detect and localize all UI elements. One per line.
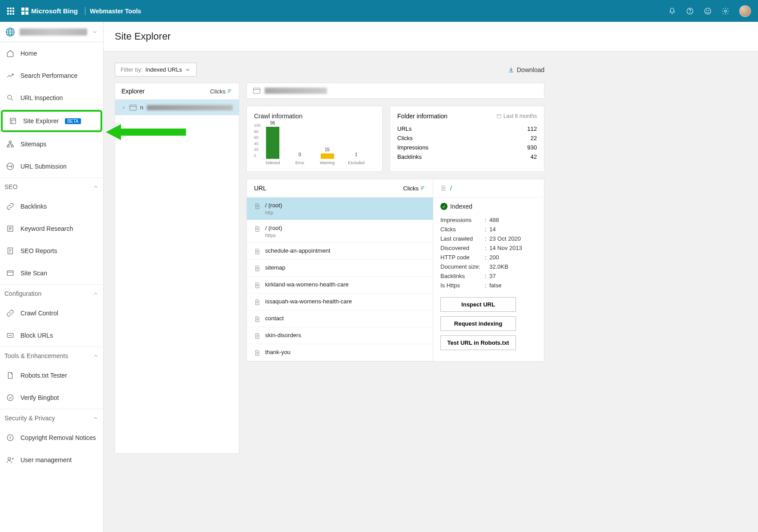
filter-label: Filter by:: [121, 66, 143, 73]
site-name-blurred: [20, 28, 87, 36]
svg-rect-20: [7, 271, 13, 276]
scan-icon: [6, 269, 14, 277]
folder-stat: Backlinks42: [397, 152, 537, 161]
nav-crawl-control[interactable]: Crawl Control: [0, 302, 103, 324]
nav-search-performance[interactable]: Search Performance: [0, 64, 103, 87]
link-icon: [6, 202, 14, 210]
nav-url-inspection[interactable]: URL Inspection: [0, 87, 103, 109]
request-indexing-button[interactable]: Request indexing: [440, 316, 516, 331]
detail-row: HTTP code: 200: [440, 253, 537, 262]
brand-sub: Webmaster Tools: [90, 8, 141, 15]
nav-site-explorer[interactable]: Site Explorer BETA: [1, 110, 102, 132]
section-config[interactable]: Configuration: [0, 284, 103, 302]
url-list-panel: URL Clicks / (root)http/ (root)httpssche…: [246, 179, 433, 362]
nav-url-submission[interactable]: URL Submission: [0, 155, 103, 177]
main: Site Explorer Filter by: Indexed URLs Do…: [104, 22, 758, 532]
site-icon: [129, 105, 137, 111]
svg-rect-30: [497, 115, 501, 118]
section-title: Tools & Enhancements: [4, 352, 68, 359]
nav-block-urls[interactable]: Block URLs: [0, 324, 103, 347]
home-icon: [6, 49, 14, 57]
url-item[interactable]: thank-you: [247, 344, 433, 361]
url-item[interactable]: contact: [247, 310, 433, 327]
nav-verify-bingbot[interactable]: Verify Bingbot: [0, 387, 103, 409]
top-left: Microsoft Bing Webmaster Tools: [7, 7, 141, 15]
list-icon: [6, 225, 14, 233]
nav-backlinks[interactable]: Backlinks: [0, 195, 103, 218]
search-icon: [6, 94, 14, 102]
url-item[interactable]: kirkland-wa-womens-health-care: [247, 277, 433, 294]
detail-row: Discovered: 14 Nov 2013: [440, 243, 537, 253]
svg-rect-29: [254, 88, 260, 93]
brand-logo[interactable]: Microsoft Bing Webmaster Tools: [21, 7, 141, 15]
download-icon: [508, 67, 514, 73]
section-tools[interactable]: Tools & Enhancements: [0, 347, 103, 364]
user-avatar[interactable]: [739, 5, 751, 17]
section-seo[interactable]: SEO: [0, 177, 103, 195]
nav-home[interactable]: Home: [0, 42, 103, 64]
filter-dropdown[interactable]: Filter by: Indexed URLs: [115, 63, 197, 77]
explorer-clicks-sort[interactable]: Clicks: [210, 88, 233, 95]
submit-icon: [6, 162, 14, 170]
svg-rect-14: [9, 141, 12, 143]
settings-icon[interactable]: [722, 7, 730, 15]
nav-label: Home: [20, 50, 37, 57]
nav-keyword-research[interactable]: Keyword Research: [0, 218, 103, 240]
period-selector[interactable]: Last 6 months: [496, 113, 537, 119]
svg-point-23: [7, 435, 13, 441]
chevron-right-icon: [121, 105, 126, 110]
top-right: [668, 5, 751, 17]
copyright-icon: [6, 434, 14, 442]
nav-user-management[interactable]: User management: [0, 449, 103, 471]
nav-robots-tester[interactable]: Robots.txt Tester: [0, 364, 103, 387]
trend-icon: [6, 72, 14, 80]
download-label: Download: [517, 66, 544, 73]
crumb-blurred: [265, 88, 327, 94]
url-col-head: URL: [254, 185, 266, 192]
nav-sitemaps[interactable]: Sitemaps: [0, 133, 103, 155]
crawl-icon: [6, 309, 14, 317]
section-security[interactable]: Security & Privacy: [0, 409, 103, 427]
globe-icon: [5, 27, 15, 37]
nav-label: SEO Reports: [20, 247, 57, 254]
crawl-chart: 100806040200 96 Indexed 0 Error: [266, 122, 375, 165]
help-icon[interactable]: [686, 7, 694, 15]
section-title: SEO: [4, 183, 18, 190]
check-icon: [440, 203, 448, 210]
nav-label: Sitemaps: [20, 141, 46, 148]
site-selector[interactable]: [0, 22, 103, 42]
top-bar: Microsoft Bing Webmaster Tools: [0, 0, 758, 22]
url-clicks-sort[interactable]: Clicks: [403, 185, 426, 192]
test-robots-button[interactable]: Test URL in Robots.txt: [440, 335, 516, 350]
explorer-root-row[interactable]: n: [115, 100, 239, 115]
nav-label: Block URLs: [20, 332, 53, 339]
explorer-icon: [9, 117, 17, 125]
inspect-url-button[interactable]: Inspect URL: [440, 297, 516, 312]
download-button[interactable]: Download: [508, 66, 544, 73]
sidebar: Home Search Performance URL Inspection S…: [0, 22, 104, 532]
folder-stat: Clicks22: [397, 133, 537, 143]
folder-stat: Impressions930: [397, 143, 537, 152]
url-item[interactable]: skin-disorders: [247, 327, 433, 344]
nav-seo-reports[interactable]: SEO Reports: [0, 240, 103, 262]
svg-point-12: [8, 95, 12, 99]
user-icon: [6, 456, 14, 464]
bell-icon[interactable]: [668, 7, 676, 15]
app-launcher-icon[interactable]: [7, 8, 14, 15]
nav-copyright[interactable]: Copyright Removal Notices: [0, 427, 103, 449]
url-item[interactable]: / (root)https: [247, 220, 433, 243]
url-item[interactable]: / (root)http: [247, 197, 433, 220]
crawl-title: Crawl information: [254, 113, 375, 120]
sort-icon: [227, 89, 233, 94]
sitemap-icon: [6, 140, 14, 148]
chevron-down-icon: [92, 29, 98, 35]
url-item[interactable]: schedule-an-appointment: [247, 243, 433, 260]
url-item[interactable]: issaquah-wa-womens-health-care: [247, 294, 433, 310]
nav-label: Search Performance: [20, 72, 77, 79]
nav-site-scan[interactable]: Site Scan: [0, 262, 103, 284]
url-item[interactable]: sitemap: [247, 260, 433, 277]
block-icon: [6, 331, 14, 339]
nav-label: Copyright Removal Notices: [20, 434, 96, 441]
feedback-icon[interactable]: [704, 7, 712, 15]
calendar-icon: [496, 113, 502, 119]
